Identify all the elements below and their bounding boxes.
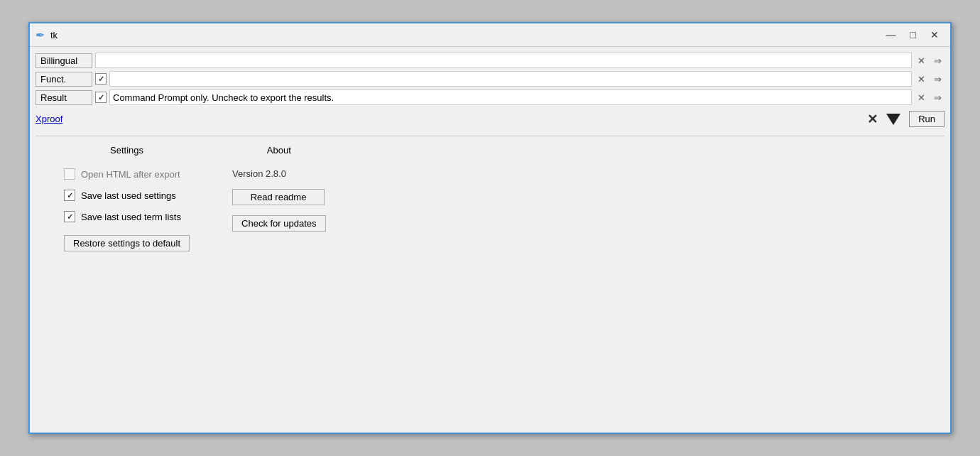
version-text: Version 2.8.0	[232, 168, 286, 179]
version-item: Version 2.8.0	[232, 168, 326, 179]
x-button[interactable]: ✕	[867, 112, 878, 127]
billingual-button[interactable]: Billingual	[36, 53, 92, 68]
save-terms-item: Save last used term lists	[64, 211, 190, 222]
billingual-clear-icon[interactable]: ✕	[915, 55, 928, 66]
funct-input[interactable]	[109, 71, 912, 87]
xproof-link[interactable]: Xproof	[36, 114, 62, 124]
panels-container: Settings Open HTML after export Save las…	[36, 145, 944, 251]
toolbar-right: ✕ Run	[867, 111, 944, 127]
run-button[interactable]: Run	[909, 111, 944, 127]
about-panel: About Version 2.8.0 Read readme Check fo…	[232, 145, 326, 251]
billingual-row: Billingual ✕ ⇒	[36, 53, 944, 68]
funct-row: Funct. ✕ ⇒	[36, 71, 944, 87]
open-html-checkbox[interactable]	[64, 168, 75, 180]
billingual-input[interactable]	[95, 53, 912, 68]
window-controls: — □ ✕	[881, 28, 944, 42]
maximize-button[interactable]: □	[905, 28, 922, 42]
save-terms-label: Save last used term lists	[81, 212, 181, 222]
funct-clear-icon[interactable]: ✕	[915, 74, 928, 85]
read-readme-item: Read readme	[232, 189, 326, 205]
open-html-label: Open HTML after export	[81, 169, 180, 180]
result-button[interactable]: Result	[36, 90, 92, 105]
dropdown-triangle-icon[interactable]	[886, 114, 900, 125]
result-row: Result ✕ ⇒	[36, 89, 944, 105]
save-settings-item: Save last used settings	[64, 190, 190, 201]
funct-button[interactable]: Funct.	[36, 72, 92, 87]
close-button[interactable]: ✕	[925, 28, 944, 42]
restore-settings-button[interactable]: Restore settings to default	[64, 235, 190, 251]
result-checkbox[interactable]	[95, 92, 107, 103]
open-html-item: Open HTML after export	[64, 168, 190, 180]
funct-checkbox[interactable]	[95, 73, 107, 85]
read-readme-button[interactable]: Read readme	[232, 189, 325, 205]
titlebar-left: ✒ tk	[36, 28, 58, 42]
minimize-button[interactable]: —	[881, 28, 902, 42]
billingual-arrow-icon[interactable]: ⇒	[931, 55, 944, 66]
window-title: tk	[50, 30, 58, 40]
check-updates-button[interactable]: Check for updates	[232, 215, 326, 232]
divider	[36, 136, 944, 136]
settings-title: Settings	[64, 145, 190, 156]
main-window: ✒ tk — □ ✕ Billingual ✕ ⇒ Funct. ✕ ⇒ Res…	[28, 22, 952, 434]
app-icon: ✒	[36, 28, 45, 42]
save-terms-checkbox[interactable]	[64, 211, 75, 222]
titlebar: ✒ tk — □ ✕	[30, 23, 950, 47]
result-arrow-icon[interactable]: ⇒	[931, 92, 944, 103]
toolbar-row: Xproof ✕ Run	[36, 111, 944, 127]
result-clear-icon[interactable]: ✕	[915, 92, 928, 103]
funct-arrow-icon[interactable]: ⇒	[931, 74, 944, 85]
save-settings-checkbox[interactable]	[64, 190, 75, 201]
window-content: Billingual ✕ ⇒ Funct. ✕ ⇒ Result ✕ ⇒ Xpr…	[30, 47, 950, 433]
check-updates-item: Check for updates	[232, 215, 326, 232]
about-title: About	[232, 145, 326, 156]
result-input[interactable]	[109, 89, 912, 105]
save-settings-label: Save last used settings	[81, 190, 176, 201]
settings-panel: Settings Open HTML after export Save las…	[64, 145, 190, 251]
